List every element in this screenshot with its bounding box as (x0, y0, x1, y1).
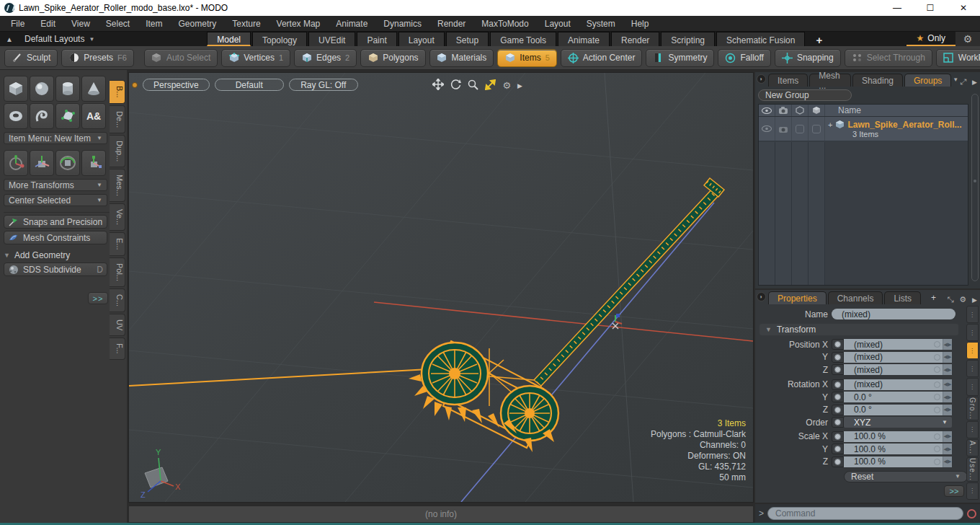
tab-mesh[interactable]: Mesh ... (809, 74, 851, 87)
envelope-icon[interactable] (934, 366, 940, 373)
maximize-viewport-icon[interactable] (485, 79, 496, 92)
add-geometry-section[interactable]: ▼ Add Geometry (4, 250, 110, 260)
rotation-x-field[interactable]: (mixed)◀▶ (844, 379, 952, 390)
vtab-falloff[interactable]: F... (110, 338, 125, 360)
envelope-icon[interactable] (934, 446, 940, 452)
position-y-field[interactable]: (mixed)◀▶ (844, 352, 952, 363)
vtab-edge[interactable]: E... (110, 232, 125, 256)
expand-item-plus[interactable]: + (828, 120, 832, 129)
vtab-basic[interactable]: B... (110, 80, 125, 104)
side-tab-handle[interactable]: ⋮ (966, 482, 979, 500)
envelope-icon[interactable] (934, 407, 940, 413)
layout-tab-topology[interactable]: Topology (252, 32, 307, 46)
transform-move-button[interactable] (4, 150, 28, 176)
auto-select-button[interactable]: Auto Select (144, 49, 218, 67)
position-z-channel-toggle[interactable] (832, 364, 844, 375)
menu-system[interactable]: System (579, 19, 623, 29)
select-through-button[interactable]: Select Through (845, 49, 932, 67)
envelope-icon[interactable] (934, 354, 940, 361)
mini-slider-icon[interactable]: ◀▶ (943, 364, 952, 375)
menu-geometry[interactable]: Geometry (171, 19, 225, 29)
menu-render[interactable]: Render (429, 19, 473, 29)
more-transforms-dropdown[interactable]: More Transforms ▼ (4, 179, 107, 191)
mini-slider-icon[interactable]: ◀▶ (943, 444, 952, 454)
expand-panel-icon[interactable]: ⤢ (960, 77, 966, 87)
cylinder-primitive-button[interactable] (55, 76, 80, 102)
snapping-button[interactable]: Snapping (775, 49, 841, 67)
default-layouts-dropdown[interactable]: Default Layouts ▼ (19, 32, 100, 46)
row-eye-icon[interactable] (759, 117, 775, 141)
side-tab-handle[interactable]: ⋮ (966, 360, 979, 377)
menu-maxtomodo[interactable]: MaxToModo (473, 19, 536, 29)
orbit-icon[interactable] (450, 79, 461, 92)
tab-channels[interactable]: Channels (828, 291, 883, 304)
side-tab-handle-active[interactable]: ⋮ (966, 342, 979, 359)
pen-tool-button[interactable] (55, 103, 80, 129)
mini-slider-icon[interactable]: ◀▶ (943, 431, 952, 442)
menu-vertex-map[interactable]: Vertex Map (269, 19, 329, 29)
panel-menu-icon[interactable]: ◗ (757, 292, 766, 301)
envelope-icon[interactable] (934, 459, 940, 465)
transform-scale-button[interactable] (81, 150, 106, 176)
rotation-x-channel-toggle[interactable] (832, 379, 844, 390)
menu-select[interactable]: Select (98, 19, 138, 29)
menu-item[interactable]: Item (138, 19, 170, 29)
vtab-uv[interactable]: UV (110, 314, 125, 336)
mini-slider-icon[interactable]: ◀▶ (943, 352, 952, 363)
scale-z-field[interactable]: 100.0 %◀▶ (844, 456, 952, 467)
envelope-icon[interactable] (934, 433, 940, 440)
tab-lists[interactable]: Lists (884, 291, 921, 304)
gear-icon[interactable]: ⚙ (956, 32, 980, 46)
menu-texture[interactable]: Texture (224, 19, 268, 29)
menu-view[interactable]: View (63, 19, 98, 29)
tab-overflow-icon[interactable]: ▼ (953, 76, 958, 83)
row-checkbox-1[interactable] (792, 117, 808, 141)
new-group-button[interactable]: New Group (758, 89, 852, 101)
falloff-button[interactable]: Falloff (718, 49, 770, 67)
mini-slider-icon[interactable]: ◀▶ (943, 456, 952, 467)
transform-section-header[interactable]: ▼ Transform (760, 324, 958, 335)
layout-tab-scripting[interactable]: Scripting (661, 32, 715, 46)
groups-scrollbar[interactable] (971, 94, 979, 281)
macro-record-icon[interactable] (967, 509, 976, 519)
items-mode-button[interactable]: Items 5 (497, 49, 556, 67)
vtab-polygon[interactable]: Pol... (110, 257, 125, 287)
tab-shading[interactable]: Shading (852, 74, 903, 87)
vtab-deform[interactable]: De... (110, 105, 125, 133)
snaps-and-precision-button[interactable]: Snaps and Precision (4, 215, 107, 229)
text-tool-button[interactable]: A& (81, 103, 106, 129)
symmetry-button[interactable]: Symmetry (646, 49, 714, 67)
menu-edit[interactable]: Edit (32, 19, 63, 29)
action-center-button[interactable]: Action Center (561, 49, 643, 67)
locator-column-cube-icon[interactable] (792, 105, 808, 116)
layout-tab-paint[interactable]: Paint (357, 32, 396, 46)
mini-slider-icon[interactable]: ◀▶ (943, 392, 952, 402)
transform-axis-button[interactable] (30, 150, 54, 176)
scale-y-channel-toggle[interactable] (832, 444, 844, 454)
layout-tab-layout[interactable]: Layout (398, 32, 445, 46)
vtab-mesh[interactable]: Mes... (110, 169, 125, 202)
panel-arrow-icon[interactable]: ▶ (972, 79, 977, 86)
vertices-mode-button[interactable]: Vertices 1 (221, 49, 290, 67)
close-icon[interactable]: ✕ (947, 0, 980, 16)
name-field[interactable]: (mixed) (832, 309, 956, 319)
add-layout-tab-button[interactable]: + (806, 32, 832, 46)
rotation-z-channel-toggle[interactable] (832, 405, 844, 415)
side-tab-handle[interactable]: ⋮ (966, 306, 979, 323)
menu-file[interactable]: File (3, 19, 32, 29)
mini-slider-icon[interactable]: ◀▶ (943, 405, 952, 415)
layout-tab-setup[interactable]: Setup (446, 32, 489, 46)
mesh-column-cube-icon[interactable] (808, 105, 825, 116)
layout-tab-render[interactable]: Render (611, 32, 659, 46)
polygons-mode-button[interactable]: Polygons (360, 49, 425, 67)
scale-y-field[interactable]: 100.0 %◀▶ (844, 444, 952, 454)
sculpt-button[interactable]: Sculpt (4, 49, 58, 67)
shading-style-dropdown[interactable]: Default (215, 79, 284, 91)
maximize-icon[interactable]: ☐ (914, 0, 947, 16)
vtab-curves[interactable]: C... (110, 288, 125, 312)
mini-slider-icon[interactable]: ◀▶ (943, 379, 952, 390)
panel-gear-icon[interactable]: ⚙ (959, 295, 966, 304)
mesh-constraints-button[interactable]: Mesh Constraints (4, 231, 107, 244)
spiral-tool-button[interactable] (30, 103, 54, 129)
raygl-dropdown[interactable]: Ray GL: Off (289, 79, 358, 91)
